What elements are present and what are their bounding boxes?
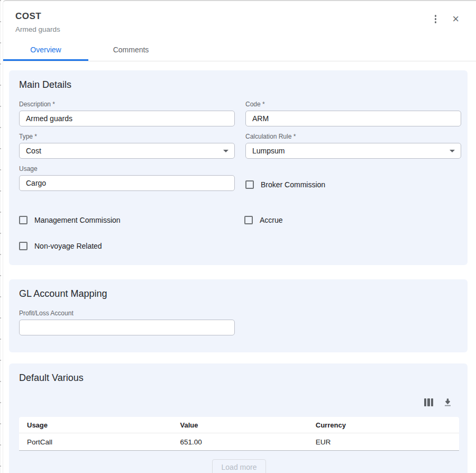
section-gl-account-mapping: GL Account Mapping Profit/Loss Account [9,279,468,352]
type-select-value: Cost [26,147,41,155]
accrue-label: Accrue [260,216,283,224]
header-actions: × [432,14,459,24]
field-code: Code * ARM [245,101,461,126]
table-row[interactable]: PortCall 651.00 EUR [19,433,459,450]
code-input[interactable]: ARM [245,111,461,126]
calculation-rule-label: Calculation Rule * [245,133,461,140]
kebab-menu-icon[interactable] [432,14,440,24]
tab-overview[interactable]: Overview [3,40,88,61]
checkbox-broker-commission[interactable]: Broker Commission [245,177,459,193]
table-toolbar [19,398,452,407]
load-more-button[interactable]: Load more [212,459,267,473]
column-header-usage[interactable]: Usage [19,421,172,429]
chevron-down-icon [223,150,228,152]
page-edge-artifact [0,0,1,473]
default-various-table: Usage Value Currency PortCall 651.00 EUR [19,417,459,451]
chevron-down-icon [450,150,455,152]
calculation-rule-select-value: Lumpsum [252,147,285,155]
code-label: Code * [245,101,461,108]
profit-loss-account-input[interactable] [19,320,235,335]
field-profit-loss-account: Profit/Loss Account [19,310,459,335]
cell-usage: PortCall [19,438,172,446]
column-header-value[interactable]: Value [172,421,308,429]
close-icon[interactable]: × [452,14,459,24]
field-calculation-rule: Calculation Rule * Lumpsum [245,133,461,159]
checkbox-accrue[interactable]: Accrue [244,216,459,224]
page-subtitle: Armed guards [15,25,464,33]
cell-currency: EUR [308,438,459,446]
tab-comments[interactable]: Comments [88,40,173,61]
checkbox-management-commission[interactable]: Management Commission [19,216,234,224]
field-type: Type * Cost [19,133,235,159]
description-label: Description * [19,101,235,108]
table-header-row: Usage Value Currency [19,417,459,433]
section-default-various: Default Various Usage [9,363,468,473]
column-header-currency[interactable]: Currency [308,421,459,429]
calculation-rule-select[interactable]: Lumpsum [245,143,461,159]
broker-commission-label: Broker Commission [261,180,325,189]
description-input[interactable]: Armed guards [19,111,235,126]
section-title-main-details: Main Details [19,79,459,90]
type-select[interactable]: Cost [19,143,235,159]
columns-icon[interactable] [424,398,434,406]
download-icon[interactable] [443,398,452,407]
field-description: Description * Armed guards [19,101,235,126]
usage-input[interactable]: Cargo [19,175,235,191]
usage-label: Usage [19,165,235,172]
checkbox-box[interactable] [245,180,254,189]
profit-loss-account-label: Profit/Loss Account [19,310,459,317]
non-voyage-related-label: Non-voyage Related [34,242,102,250]
cost-dialog: COST Armed guards × Overview Comments Ma… [3,0,476,473]
dialog-body: Main Details Description * Armed guards … [3,61,476,473]
section-title-gl-account-mapping: GL Account Mapping [19,288,459,299]
cell-value: 651.00 [172,438,308,446]
section-title-default-various: Default Various [19,372,459,384]
checkbox-box[interactable] [19,242,28,250]
page-title: COST [15,11,464,22]
checkbox-box[interactable] [244,216,253,224]
checkbox-box[interactable] [19,216,28,224]
field-usage: Usage Cargo [19,165,235,191]
tab-bar: Overview Comments [3,40,476,61]
checkbox-non-voyage-related[interactable]: Non-voyage Related [19,242,234,250]
management-commission-label: Management Commission [34,216,121,224]
section-main-details: Main Details Description * Armed guards … [9,70,468,265]
type-label: Type * [19,133,235,140]
dialog-header: COST Armed guards × [3,1,476,33]
